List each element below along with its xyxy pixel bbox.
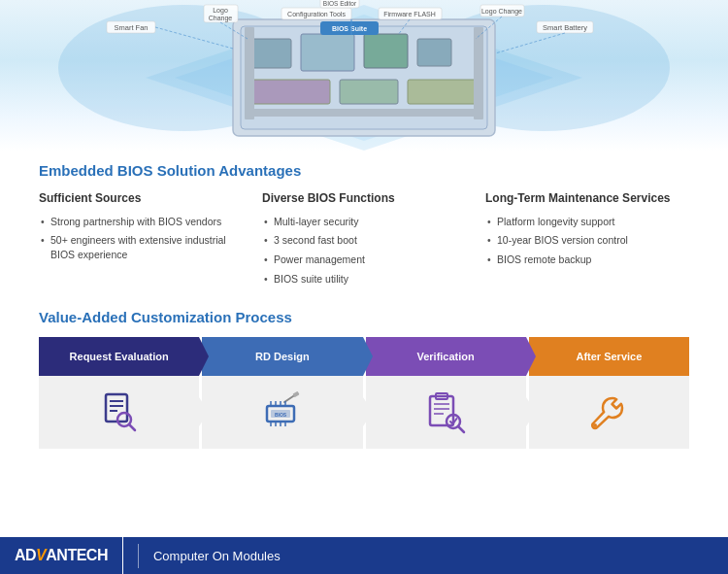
col-sufficient-sources-title: Sufficient Sources bbox=[39, 190, 243, 207]
wrench-icon bbox=[585, 388, 632, 435]
svg-rect-39 bbox=[106, 394, 127, 422]
step-body-arrow-1 bbox=[199, 397, 209, 426]
svg-text:BIOS Suite: BIOS Suite bbox=[332, 25, 367, 32]
footer-logo-van: V bbox=[36, 547, 46, 563]
search-doc-icon bbox=[96, 388, 143, 435]
process-title: Value-Added Customization Process bbox=[39, 309, 689, 325]
step-body-arrow-2 bbox=[363, 397, 373, 426]
list-item: Platform longevity support bbox=[485, 215, 689, 229]
step-label-verification: Verification bbox=[416, 351, 474, 362]
list-item: 10-year BIOS version control bbox=[485, 233, 689, 248]
svg-rect-7 bbox=[301, 34, 354, 71]
step-header-rd: RD Design bbox=[202, 337, 362, 376]
footer-subtitle: Computer On Modules bbox=[153, 549, 281, 563]
col-sufficient-sources-list: Strong partnership with BIOS vendors 50+… bbox=[39, 215, 243, 262]
svg-text:Logo Change: Logo Change bbox=[481, 8, 522, 16]
list-item: Multi-layer security bbox=[262, 215, 466, 229]
footer-divider bbox=[138, 544, 139, 568]
footer-logo-tech: ANTECH bbox=[46, 547, 108, 563]
step-label-request: Request Evaluation bbox=[70, 351, 169, 362]
svg-rect-12 bbox=[408, 80, 476, 104]
svg-rect-14 bbox=[245, 27, 254, 119]
magnify-check-icon bbox=[422, 388, 469, 435]
col-long-term-list: Platform longevity support 10-year BIOS … bbox=[485, 215, 689, 267]
svg-text:Smart Battery: Smart Battery bbox=[543, 23, 587, 32]
footer-logo: ADVANTECH bbox=[15, 547, 108, 564]
step-header-verification: Verification bbox=[366, 337, 526, 376]
svg-text:Smart Fan: Smart Fan bbox=[114, 23, 148, 32]
svg-line-44 bbox=[129, 424, 135, 430]
svg-rect-10 bbox=[252, 80, 330, 104]
step-body-request bbox=[39, 376, 199, 449]
svg-rect-13 bbox=[245, 109, 478, 117]
step-after-service: After Service bbox=[529, 337, 689, 449]
list-item: Power management bbox=[262, 253, 466, 267]
step-header-after: After Service bbox=[529, 337, 689, 376]
main-content: Embedded BIOS Solution Advantages Suffic… bbox=[0, 151, 728, 456]
step-body-rd: BIOS bbox=[202, 376, 362, 449]
list-item: Strong partnership with BIOS vendors bbox=[39, 215, 243, 229]
svg-text:BIOS: BIOS bbox=[275, 412, 287, 418]
step-verification: Verification bbox=[366, 337, 526, 449]
svg-rect-9 bbox=[417, 39, 451, 66]
bios-chip-icon: BIOS bbox=[259, 388, 306, 435]
svg-rect-11 bbox=[340, 80, 398, 104]
svg-text:Configuration Tools: Configuration Tools bbox=[287, 11, 346, 18]
step-body-after bbox=[529, 376, 689, 449]
advantages-title: Embedded BIOS Solution Advantages bbox=[39, 162, 689, 179]
step-body-verification bbox=[366, 376, 526, 449]
list-item: 3 second fast boot bbox=[262, 233, 466, 248]
svg-text:Firmware FLASH: Firmware FLASH bbox=[383, 11, 436, 17]
svg-line-64 bbox=[458, 426, 464, 432]
col-diverse-bios: Diverse BIOS Functions Multi-layer secur… bbox=[262, 190, 485, 291]
col-diverse-bios-title: Diverse BIOS Functions bbox=[262, 190, 466, 207]
svg-rect-15 bbox=[474, 27, 483, 119]
step-arrow-rd bbox=[363, 337, 373, 376]
footer: ADVANTECH Computer On Modules bbox=[0, 537, 728, 574]
list-item: 50+ engineers with extensive industrial … bbox=[39, 233, 243, 261]
footer-logo-box: ADVANTECH bbox=[0, 537, 123, 574]
step-label-rd: RD Design bbox=[255, 351, 310, 362]
value-added-section: Value-Added Customization Process Reques… bbox=[39, 309, 689, 449]
diagram-area: BIOS Suite Configuration Tools Firmware … bbox=[0, 0, 728, 151]
step-rd-design: RD Design BIOS bbox=[202, 337, 362, 449]
step-arrow-verification bbox=[526, 337, 536, 376]
process-steps: Request Evaluation bbox=[39, 337, 689, 449]
svg-point-65 bbox=[593, 423, 597, 427]
svg-rect-8 bbox=[364, 34, 408, 68]
step-header-request: Request Evaluation bbox=[39, 337, 199, 376]
svg-rect-6 bbox=[252, 39, 291, 68]
col-long-term-title: Long-Term Maintenance Services bbox=[485, 190, 689, 207]
col-diverse-bios-list: Multi-layer security 3 second fast boot … bbox=[262, 215, 466, 287]
svg-text:Change: Change bbox=[209, 15, 233, 22]
svg-text:Logo: Logo bbox=[213, 7, 228, 15]
step-label-after: After Service bbox=[576, 351, 642, 362]
advantages-grid: Sufficient Sources Strong partnership wi… bbox=[39, 190, 689, 291]
step-body-arrow-3 bbox=[526, 397, 536, 426]
col-sufficient-sources: Sufficient Sources Strong partnership wi… bbox=[39, 190, 262, 291]
footer-logo-ad: AD bbox=[15, 547, 36, 563]
list-item: BIOS remote backup bbox=[485, 253, 689, 267]
step-arrow-request bbox=[199, 337, 209, 376]
diagram-svg: BIOS Suite Configuration Tools Firmware … bbox=[0, 0, 728, 151]
col-long-term: Long-Term Maintenance Services Platform … bbox=[485, 190, 689, 291]
list-item: BIOS suite utility bbox=[262, 272, 466, 287]
step-request-evaluation: Request Evaluation bbox=[39, 337, 199, 449]
svg-text:BIOS Editor: BIOS Editor bbox=[323, 0, 357, 7]
